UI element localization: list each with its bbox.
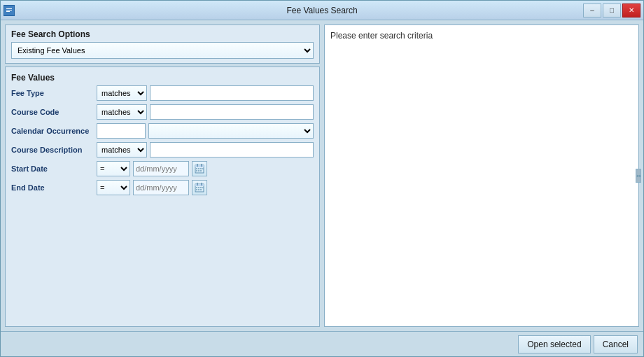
svg-rect-8	[196, 168, 197, 169]
course-description-operator[interactable]: matches starts with ends with contains	[97, 142, 147, 158]
svg-rect-9	[198, 168, 200, 169]
results-panel: Please enter search criteria ⇔	[324, 24, 639, 327]
course-code-input[interactable]	[150, 104, 314, 120]
fee-type-row: Fee Type matches starts with ends with c…	[11, 85, 314, 101]
svg-rect-5	[195, 165, 204, 167]
svg-rect-14	[200, 170, 202, 172]
svg-rect-12	[196, 170, 197, 172]
fee-values-title: Fee Values	[11, 73, 314, 83]
app-icon	[4, 5, 15, 16]
fee-search-title: Fee Search Options	[11, 29, 314, 39]
bottom-bar: Open selected Cancel	[1, 331, 643, 356]
svg-rect-21	[200, 187, 202, 188]
end-date-label: End Date	[11, 183, 94, 192]
fee-type-label: Fee Type	[11, 89, 94, 97]
calendar-occurrence-row: Calendar Occurrence	[11, 123, 314, 139]
fee-type-input[interactable]	[150, 85, 314, 101]
svg-rect-25	[200, 189, 202, 190]
svg-rect-2	[6, 10, 12, 10]
svg-rect-3	[6, 11, 10, 12]
window-title: Fee Values Search	[286, 6, 357, 15]
end-date-calendar-button[interactable]	[192, 180, 207, 195]
content-area: Fee Search Options Existing Fee Values F…	[1, 20, 643, 331]
close-button[interactable]: ✕	[622, 4, 640, 18]
start-date-row: Start Date = < > <= >=	[11, 161, 314, 176]
main-window: Fee Values Search – □ ✕ Fee Search Optio…	[0, 0, 644, 357]
titlebar: Fee Values Search – □ ✕	[1, 1, 643, 20]
svg-rect-13	[198, 170, 200, 172]
restore-button[interactable]: □	[603, 4, 621, 18]
svg-rect-16	[195, 184, 204, 186]
fee-search-section: Fee Search Options Existing Fee Values	[5, 24, 320, 64]
fee-type-operator[interactable]: matches starts with ends with contains	[97, 85, 147, 101]
course-description-row: Course Description matches starts with e…	[11, 142, 314, 158]
cancel-button[interactable]: Cancel	[594, 335, 638, 354]
end-date-row: End Date = < > <= >=	[11, 180, 314, 195]
start-date-input[interactable]	[133, 161, 189, 176]
svg-rect-11	[202, 168, 204, 169]
fee-values-section: Fee Values Fee Type matches starts with …	[5, 66, 320, 327]
svg-rect-24	[198, 189, 200, 190]
calendar-occurrence-text[interactable]	[97, 123, 146, 139]
start-date-label: Start Date	[11, 164, 94, 173]
resize-handle[interactable]: ⇔	[636, 169, 641, 183]
svg-rect-10	[200, 168, 202, 169]
svg-rect-20	[198, 187, 200, 188]
results-placeholder: Please enter search criteria	[330, 31, 633, 41]
open-selected-button[interactable]: Open selected	[518, 335, 590, 354]
svg-rect-1	[6, 8, 12, 9]
end-date-operator[interactable]: = < > <= >=	[97, 180, 130, 195]
course-description-label: Course Description	[11, 146, 94, 154]
start-date-calendar-button[interactable]	[192, 161, 207, 176]
calendar-occurrence-label: Calendar Occurrence	[11, 127, 94, 135]
svg-rect-23	[196, 189, 197, 190]
end-date-input[interactable]	[133, 180, 189, 195]
course-code-row: Course Code matches starts with ends wit…	[11, 104, 314, 120]
svg-rect-22	[202, 187, 204, 188]
titlebar-left	[4, 5, 15, 16]
course-code-label: Course Code	[11, 108, 94, 116]
fee-search-dropdown[interactable]: Existing Fee Values	[11, 42, 314, 59]
start-date-operator[interactable]: = < > <= >=	[97, 161, 130, 176]
course-code-operator[interactable]: matches starts with ends with contains	[97, 104, 147, 120]
svg-rect-19	[196, 187, 197, 188]
minimize-button[interactable]: –	[583, 4, 601, 18]
course-description-input[interactable]	[150, 142, 314, 158]
titlebar-buttons: – □ ✕	[583, 4, 640, 18]
calendar-occurrence-dropdown[interactable]	[148, 123, 314, 139]
left-panel: Fee Search Options Existing Fee Values F…	[5, 24, 320, 327]
